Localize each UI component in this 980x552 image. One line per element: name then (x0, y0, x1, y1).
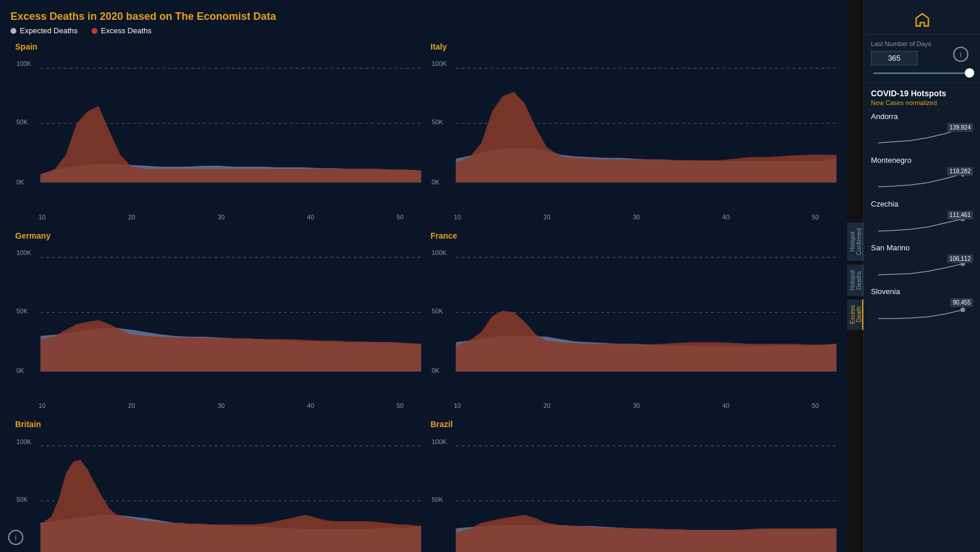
tab-excess-death[interactable]: ExcessDeath (847, 299, 863, 330)
chart-title-italy: Italy (430, 42, 836, 51)
svg-france (430, 242, 836, 399)
y-label-50k-germany: 50K (16, 308, 28, 315)
svg-marker-4 (41, 106, 422, 183)
x-labels-germany: 1020304050 (15, 402, 421, 409)
hotspot-chart-czechia: 111,461 (871, 211, 973, 234)
chart-title-france: France (430, 231, 836, 240)
x-labels-spain: 1020304050 (15, 214, 421, 221)
chart-title-germany: Germany (15, 231, 421, 240)
y-label-100k-italy: 100K (432, 60, 447, 67)
hotspot-country-sanmarino: San Marino (871, 243, 973, 252)
hotspot-value-montenegro: 118,282 (947, 167, 973, 176)
main-content: Excess Deaths in 2020 based on The Econo… (0, 0, 847, 552)
chart-italy: Italy 100K 50K 0K 1020304050 (426, 40, 841, 229)
days-input[interactable] (871, 51, 918, 65)
chart-brazil: Brazil 100K 50K 0K 1020304050 Week (426, 417, 841, 552)
y-label-100k-germany: 100K (16, 249, 32, 256)
tab-hotspot-deaths[interactable]: HotspotDeaths (847, 264, 863, 296)
excess-label: Excess Deaths (101, 26, 152, 35)
hotspot-chart-slovenia: 90,455 (871, 298, 973, 322)
y-label-100k-brazil: 100K (432, 438, 447, 445)
slider-container[interactable] (871, 70, 973, 76)
hotspots-title: COVID-19 Hotspots (871, 89, 973, 98)
home-icon (914, 12, 930, 28)
home-button[interactable] (864, 6, 980, 34)
legend-expected: Expected Deaths (10, 26, 78, 35)
y-label-50k-britain: 50K (16, 496, 28, 503)
y-label-0k-spain: 0K (16, 179, 24, 186)
chart-area-brazil: 100K 50K 0K 1020304050 Week (430, 430, 836, 552)
x-labels-italy: 1020304050 (430, 214, 836, 221)
hotspot-country-montenegro: Montenegro (871, 156, 973, 165)
y-label-0k-germany: 0K (16, 367, 24, 374)
hotspot-country-czechia: Czechia (871, 200, 973, 208)
y-label-100k-spain: 100K (16, 60, 32, 67)
hotspot-country-andorra: Andorra (871, 112, 973, 121)
hotspot-country-slovenia: Slovenia (871, 287, 973, 296)
chart-germany: Germany 100K 50K 0K 1020304050 (10, 229, 426, 418)
x-labels-france: 1020304050 (430, 402, 836, 409)
chart-area-italy: 100K 50K 0K 1020304050 (430, 53, 836, 210)
chart-area-britain: 100K 50K 0K 1020304050 Week (15, 430, 421, 552)
chart-title-britain: Britain (15, 420, 421, 429)
y-label-0k-italy: 0K (432, 179, 439, 186)
hotspot-value-czechia: 111,461 (947, 211, 973, 219)
hotspot-slovenia: Slovenia 90,455 (871, 287, 973, 322)
svg-germany (15, 242, 421, 399)
info-icon-top[interactable]: i (953, 47, 968, 62)
svg-marker-9 (456, 92, 837, 182)
chart-area-spain: 100K 50K 0K 1020304050 (15, 53, 421, 210)
slider-thumb[interactable] (965, 68, 974, 78)
legend: Expected Deaths Excess Deaths (10, 26, 841, 35)
expected-dot (10, 28, 16, 34)
hotspot-value-slovenia: 90,455 (950, 298, 973, 307)
hotspot-value-andorra: 139,924 (947, 123, 973, 132)
slider-fill (873, 72, 971, 74)
info-icon-bottom[interactable]: i (8, 530, 23, 545)
hotspot-chart-montenegro: 118,282 (871, 167, 973, 190)
info-circle-bottom[interactable]: i (8, 530, 23, 545)
charts-grid: Spain 100K 50K 0K 1020304050 (10, 40, 841, 552)
info-circle-top[interactable]: i (953, 47, 968, 62)
chart-title-spain: Spain (15, 42, 421, 51)
hotspot-chart-andorra: 139,924 (871, 123, 973, 146)
right-sidebar: Last Number of Days COVID-19 Hotspots Ne… (863, 0, 980, 552)
y-label-100k-france: 100K (432, 249, 447, 256)
chart-title-brazil: Brazil (430, 420, 836, 429)
chart-britain: Britain 100K 50K 0K 1020304050 Week (10, 417, 426, 552)
chart-france: France 100K 50K 0K 1020304050 (426, 229, 841, 418)
svg-spain (15, 53, 421, 210)
svg-brazil (430, 430, 836, 552)
y-label-0k-france: 0K (432, 367, 439, 374)
y-label-50k-brazil: 50K (432, 496, 443, 503)
hotspots-section: COVID-19 Hotspots New Cases normalized A… (864, 83, 980, 546)
page-title: Excess Deaths in 2020 based on The Econo… (10, 11, 841, 23)
hotspot-czechia: Czechia 111,461 (871, 200, 973, 234)
y-label-50k-italy: 50K (432, 118, 443, 125)
hotspot-value-sanmarino: 106,112 (947, 254, 973, 263)
slider-track (873, 72, 971, 74)
y-label-50k-spain: 50K (16, 118, 28, 125)
svg-marker-19 (456, 310, 837, 371)
expected-label: Expected Deaths (20, 26, 78, 35)
y-label-100k-britain: 100K (16, 438, 32, 445)
hotspot-montenegro: Montenegro 118,282 (871, 156, 973, 190)
hotspots-subtitle: New Cases normalized (871, 99, 973, 106)
chart-area-france: 100K 50K 0K 1020304050 (430, 242, 836, 399)
svg-marker-29 (456, 515, 837, 552)
tab-hotspot-confirmed[interactable]: HotspotConfirmed (847, 222, 863, 261)
hotspot-sanmarino: San Marino 106,112 (871, 243, 973, 278)
svg-marker-14 (41, 320, 422, 371)
chart-area-germany: 100K 50K 0K 1020304050 (15, 242, 421, 399)
svg-italy (430, 53, 836, 210)
svg-britain (15, 430, 421, 552)
hotspot-chart-sanmarino: 106,112 (871, 254, 973, 278)
chart-spain: Spain 100K 50K 0K 1020304050 (10, 40, 426, 229)
y-label-50k-france: 50K (432, 308, 443, 315)
legend-excess: Excess Deaths (92, 26, 152, 35)
svg-point-34 (961, 308, 965, 312)
hotspot-andorra: Andorra 139,924 (871, 112, 973, 146)
svg-marker-24 (41, 460, 422, 552)
excess-dot (92, 28, 97, 34)
